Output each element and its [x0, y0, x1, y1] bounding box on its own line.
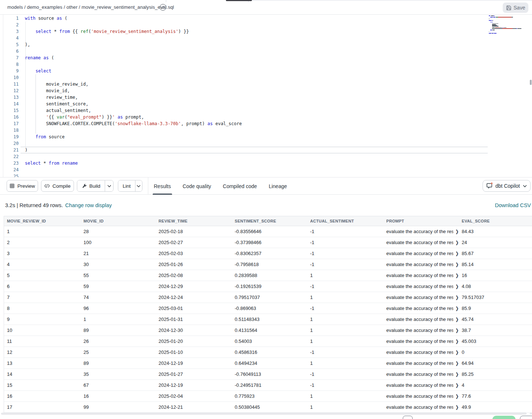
- code-line[interactable]: select * from {{ ref('movie_review_senti…: [25, 28, 242, 35]
- table-row[interactable]: 7742024-12-240.795170371evaluate the acc…: [4, 292, 532, 303]
- download-csv-link[interactable]: Download CSV: [495, 202, 531, 208]
- prompt-expand-chevron-icon[interactable]: ❯: [455, 338, 459, 344]
- code-line[interactable]: select: [25, 68, 242, 74]
- cutoff-button-right[interactable]: [520, 416, 532, 419]
- cell-movie_review_id: 3: [4, 248, 81, 259]
- code-line[interactable]: ),: [25, 41, 242, 48]
- prompt-expand-chevron-icon[interactable]: ❯: [455, 251, 459, 256]
- code-line[interactable]: [25, 140, 242, 147]
- prompt-expand-chevron-icon[interactable]: ❯: [455, 349, 459, 355]
- code-line[interactable]: [25, 35, 242, 41]
- code-content[interactable]: with source as ( select * from {{ ref('m…: [25, 15, 242, 177]
- table-row[interactable]: 6592024-12-29-0.19261539-1evaluate the a…: [4, 281, 532, 292]
- table-row[interactable]: 10892024-12-300.41315641evaluate the acc…: [4, 325, 532, 336]
- column-header-movie_review_id[interactable]: MOVIE_REVIEW_ID: [4, 216, 81, 226]
- table-row[interactable]: 15672024-12-19-0.24951781-1evaluate the …: [4, 380, 532, 391]
- wrench-icon: [82, 183, 87, 188]
- cell-movie_id: 25: [81, 347, 156, 358]
- code-line[interactable]: movie_review_id,: [25, 81, 242, 87]
- column-header-eval_score[interactable]: EVAL_SCORE: [459, 216, 532, 226]
- cutoff-button-left[interactable]: [403, 416, 413, 419]
- column-header-actual_sentiment[interactable]: ACTUAL_SENTIMENT: [307, 216, 383, 226]
- table-row[interactable]: 11262025-01-200.540031evaluate the accur…: [4, 336, 532, 347]
- table-row[interactable]: 3212025-02-03-0.83062357-1evaluate the a…: [4, 248, 532, 259]
- table-row[interactable]: 912025-01-310.511483431evaluate the accu…: [4, 314, 532, 325]
- prompt-expand-chevron-icon[interactable]: ❯: [455, 306, 459, 311]
- edit-pencil-icon[interactable]: [160, 4, 166, 11]
- code-line[interactable]: review_time,: [25, 94, 242, 101]
- column-header-review_time[interactable]: REVIEW_TIME: [156, 216, 232, 226]
- table-row[interactable]: 5552025-02-080.28395881evaluate the accu…: [4, 270, 532, 281]
- cutoff-button-green[interactable]: [492, 416, 516, 419]
- tab-lineage[interactable]: Lineage: [263, 177, 293, 195]
- prompt-expand-chevron-icon[interactable]: ❯: [455, 284, 459, 289]
- prompt-expand-chevron-icon[interactable]: ❯: [455, 404, 459, 410]
- code-line[interactable]: from source: [25, 134, 242, 140]
- cell-review_time: 2025-01-20: [156, 336, 232, 347]
- code-line[interactable]: movie_id,: [25, 87, 242, 94]
- column-header-movie_id[interactable]: MOVIE_ID: [81, 216, 156, 226]
- dbt-copilot-button[interactable]: dbt Copilot: [483, 180, 531, 192]
- tab-compiled-code[interactable]: Compiled code: [217, 177, 263, 195]
- build-button[interactable]: Build: [77, 180, 105, 191]
- save-button[interactable]: Save: [503, 3, 528, 13]
- horizontal-scrollbar[interactable]: [1, 413, 527, 415]
- lint-button[interactable]: Lint: [118, 180, 135, 191]
- code-line[interactable]: [25, 173, 242, 177]
- line-number: 6: [3, 48, 19, 55]
- lint-dropdown-chevron-icon[interactable]: [135, 180, 142, 191]
- prompt-expand-chevron-icon[interactable]: ❯: [455, 262, 459, 267]
- table-row[interactable]: 14352025-01-27-0.76049113-1evaluate the …: [4, 369, 532, 380]
- table-row[interactable]: 16162025-02-040.7759231evaluate the accu…: [4, 391, 532, 402]
- prompt-expand-chevron-icon[interactable]: ❯: [455, 328, 459, 333]
- editor-vertical-scrollbar[interactable]: [530, 80, 532, 85]
- prompt-expand-chevron-icon[interactable]: ❯: [455, 382, 459, 388]
- code-line[interactable]: rename as (: [25, 55, 242, 61]
- code-line[interactable]: '{{ var("eval_prompt") }}' as prompt,: [25, 114, 242, 120]
- column-header-sentiment_score[interactable]: SENTIMENT_SCORE: [232, 216, 307, 226]
- prompt-expand-chevron-icon[interactable]: ❯: [455, 317, 459, 322]
- code-line[interactable]: actual_sentiment,: [25, 107, 242, 114]
- table-row[interactable]: 1282025-02-18-0.83556646-1evaluate the a…: [4, 226, 532, 237]
- code-line[interactable]: sentiment_score,: [25, 101, 242, 107]
- prompt-expand-chevron-icon[interactable]: ❯: [455, 240, 459, 245]
- build-dropdown-chevron-icon[interactable]: [105, 180, 113, 191]
- code-line[interactable]: [25, 153, 242, 160]
- preview-button[interactable]: Preview: [7, 180, 38, 192]
- prompt-expand-chevron-icon[interactable]: ❯: [455, 393, 459, 399]
- table-row[interactable]: 13892024-12-190.64942341evaluate the acc…: [4, 358, 532, 369]
- code-line[interactable]: ): [25, 147, 242, 153]
- column-header-prompt[interactable]: PROMPT: [383, 216, 459, 226]
- code-line[interactable]: select * from rename: [25, 160, 242, 167]
- code-line[interactable]: SNOWFLAKE.CORTEX.COMPLETE('snowflake-lla…: [25, 120, 242, 127]
- prompt-expand-chevron-icon[interactable]: ❯: [455, 295, 459, 300]
- cell-sentiment_score: -0.83556646: [232, 226, 307, 237]
- prompt-expand-chevron-icon[interactable]: ❯: [455, 229, 459, 234]
- code-line[interactable]: with source as (: [25, 15, 242, 22]
- prompt-expand-chevron-icon[interactable]: ❯: [455, 360, 459, 366]
- code-line[interactable]: [25, 22, 242, 28]
- code-line[interactable]: [25, 61, 242, 68]
- cell-eval_score: 24: [459, 237, 532, 248]
- prompt-expand-chevron-icon[interactable]: ❯: [455, 371, 459, 377]
- table-row[interactable]: 12252025-01-100.4586316-1evaluate the ac…: [4, 347, 532, 358]
- code-line[interactable]: [25, 74, 242, 81]
- table-row[interactable]: 17992024-12-210.503804451evaluate the ac…: [4, 402, 532, 413]
- table-row[interactable]: 21002025-02-27-0.37398466-1evaluate the …: [4, 237, 532, 248]
- code-line[interactable]: [25, 48, 242, 55]
- code-line[interactable]: [25, 127, 242, 134]
- editor-minimap[interactable]: [489, 15, 525, 35]
- tab-code-quality[interactable]: Code quality: [177, 177, 217, 195]
- cell-prompt: evaluate the accuracy of the res…❯: [383, 380, 459, 390]
- horizontal-scrollbar-fragment: [530, 413, 532, 415]
- sql-code-editor[interactable]: 1234567891011121314151617181920212223242…: [0, 15, 532, 177]
- table-row[interactable]: 8962025-03-01-0.869063-1evaluate the acc…: [4, 303, 532, 314]
- compile-button[interactable]: Compile: [41, 180, 74, 192]
- code-line[interactable]: [25, 167, 242, 173]
- change-row-display-link[interactable]: Change row display: [65, 202, 112, 208]
- cell-review_time: 2024-12-21: [156, 402, 232, 412]
- breadcrumb[interactable]: models / demo_examples / other / movie_r…: [7, 4, 174, 10]
- table-row[interactable]: 4302025-01-26-0.7958618-1evaluate the ac…: [4, 259, 532, 270]
- tab-results[interactable]: Results: [148, 177, 177, 195]
- prompt-expand-chevron-icon[interactable]: ❯: [455, 273, 459, 278]
